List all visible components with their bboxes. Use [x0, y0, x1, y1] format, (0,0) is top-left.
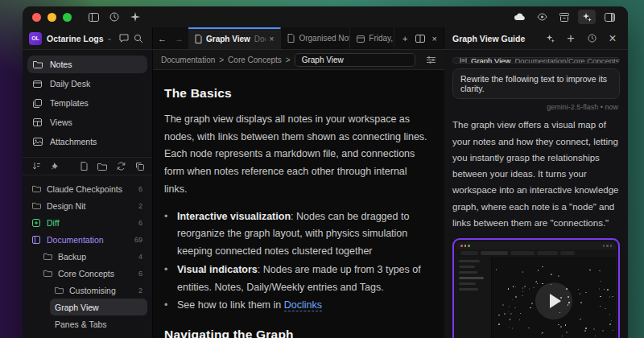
- tab-title: Organised Notes: [299, 34, 350, 43]
- tree-item-core-concepts[interactable]: Core Concepts6: [39, 265, 147, 282]
- graph-node-dot: [541, 333, 542, 334]
- graph-node-dot: [512, 328, 513, 328]
- graph-node-dot: [599, 270, 600, 271]
- ai-sparkle-icon[interactable]: [543, 31, 557, 46]
- context-chip[interactable]: Graph View Documentation/Core Concepts: [452, 57, 620, 64]
- workspace-avatar[interactable]: OL: [29, 32, 42, 45]
- graph-node-dot: [514, 307, 515, 308]
- graph-node-dot: [599, 288, 600, 289]
- sort-icon[interactable]: [32, 162, 41, 171]
- split-pane-icon[interactable]: [415, 35, 425, 43]
- note-content[interactable]: The Basics The graph view displays all n…: [153, 70, 444, 338]
- clock-icon[interactable]: [105, 10, 123, 24]
- zoom-window-button[interactable]: [63, 13, 72, 22]
- eye-icon[interactable]: [533, 10, 551, 24]
- archive-icon[interactable]: [555, 10, 573, 24]
- tree-item-documentation[interactable]: Documentation69: [27, 231, 147, 248]
- sidebar-item-attachments[interactable]: Attachments: [27, 133, 147, 150]
- graph-node-dot: [531, 303, 533, 304]
- tree-item-diff[interactable]: Diff6: [27, 214, 147, 231]
- new-tab-icon[interactable]: +: [402, 34, 407, 43]
- breadcrumb-part[interactable]: Documentation: [161, 56, 215, 64]
- breadcrumb-part[interactable]: Core Concepts: [228, 56, 282, 64]
- chat-icon[interactable]: [117, 31, 131, 46]
- folder-icon: [55, 286, 64, 294]
- close-window-button[interactable]: [32, 13, 41, 22]
- file-icon: [287, 34, 295, 43]
- tab-title: Graph View: [206, 35, 250, 43]
- view-options-icon[interactable]: [426, 56, 436, 64]
- sync-icon[interactable]: [117, 162, 126, 171]
- video-preview-card[interactable]: [452, 238, 620, 338]
- tree-item-backup[interactable]: Backup4: [39, 248, 147, 265]
- sidebar-item-label: Views: [50, 117, 72, 127]
- paragraph: The graph view displays all notes in you…: [164, 111, 431, 199]
- right-sidebar-toggle-icon[interactable]: [601, 10, 618, 24]
- graph-node-dot: [600, 296, 601, 297]
- tree-item-graph-view[interactable]: Graph View: [50, 299, 147, 315]
- minimize-window-button[interactable]: [47, 13, 56, 22]
- graph-node-dot: [510, 319, 510, 319]
- tab-graph-view[interactable]: Graph View Documentation ×: [188, 27, 281, 49]
- pin-icon[interactable]: [51, 162, 59, 171]
- file-icon: [460, 57, 467, 64]
- tab-organised-notes[interactable]: Organised Notes ×: [281, 27, 350, 49]
- assistant-title: Graph View Guide: [452, 34, 525, 43]
- mini-sidebar: [456, 257, 492, 338]
- close-pane-icon[interactable]: ×: [432, 34, 437, 43]
- folder-icon: [33, 60, 43, 68]
- left-sidebar-toggle-icon[interactable]: [85, 10, 102, 24]
- tree-item-customising[interactable]: Customising2: [50, 282, 147, 299]
- sidebar-item-notes[interactable]: Notes: [27, 56, 147, 73]
- ai-sparkle-icon[interactable]: [578, 10, 596, 24]
- folder-icon: [32, 202, 42, 209]
- new-chat-icon[interactable]: +: [564, 31, 578, 46]
- sidebar-item-templates[interactable]: Templates: [27, 94, 147, 112]
- graph-node-dot: [551, 274, 552, 275]
- forward-icon[interactable]: →: [175, 34, 184, 43]
- breadcrumb: Documentation > Core Concepts > Graph Vi…: [153, 50, 444, 70]
- graph-node-dot: [612, 296, 613, 297]
- list-item: • See how to link them in Doclinks: [164, 297, 431, 315]
- sparkle-icon[interactable]: [126, 10, 144, 24]
- traffic-lights: [32, 13, 72, 22]
- tab-title: Friday, D: [369, 34, 394, 43]
- doclinks-link[interactable]: Doclinks: [284, 299, 322, 311]
- tree-item-storing-data[interactable]: Storing Data: [50, 332, 147, 338]
- grid-icon: [33, 118, 43, 126]
- duplicate-icon[interactable]: [135, 162, 144, 171]
- bullet-list: • Interactive visualization: Nodes can b…: [164, 208, 431, 315]
- graph-node-dot: [605, 308, 605, 309]
- chevron-down-icon[interactable]: ⌄: [107, 35, 113, 42]
- history-icon[interactable]: [584, 31, 599, 46]
- search-icon[interactable]: [131, 31, 146, 46]
- graph-node-dot: [542, 283, 543, 284]
- sidebar-item-views[interactable]: Views: [27, 113, 147, 131]
- sidebar-item-daily-desk[interactable]: Daily Desk: [27, 75, 147, 93]
- graph-node-dot: [520, 313, 521, 314]
- graph-node-dot: [533, 287, 534, 288]
- cloud-sync-icon[interactable]: [510, 10, 528, 24]
- new-note-icon[interactable]: [80, 162, 88, 171]
- tree-item-claude-checkpoints[interactable]: Claude Checkpoints6: [27, 180, 147, 197]
- note-title-field[interactable]: Graph View: [295, 53, 415, 67]
- model-meta: gemini-2.5-flash • now: [454, 103, 618, 111]
- calendar-icon: [357, 35, 365, 43]
- tree-item-panes-tabs[interactable]: Panes & Tabs: [50, 315, 147, 332]
- back-icon[interactable]: ←: [158, 34, 167, 43]
- graph-node-dot: [584, 330, 586, 332]
- new-folder-icon[interactable]: [97, 163, 107, 171]
- close-icon[interactable]: ×: [270, 35, 275, 43]
- graph-node-dot: [600, 306, 601, 307]
- assistant-panel: Graph View Documentation/Core Concepts R…: [444, 50, 628, 338]
- workspace-name[interactable]: Octarine Logs: [47, 34, 104, 43]
- graph-node-dot: [593, 328, 595, 330]
- graph-node-dot: [562, 336, 563, 336]
- graph-node-dot: [512, 299, 513, 300]
- close-icon[interactable]: ×: [605, 31, 620, 46]
- tree-item-design-nit[interactable]: Design Nit2: [27, 197, 147, 214]
- tab-friday[interactable]: Friday, D: [350, 27, 394, 49]
- diff-icon: [32, 219, 42, 227]
- graph-node-dot: [522, 291, 523, 291]
- graph-node-dot: [604, 289, 605, 290]
